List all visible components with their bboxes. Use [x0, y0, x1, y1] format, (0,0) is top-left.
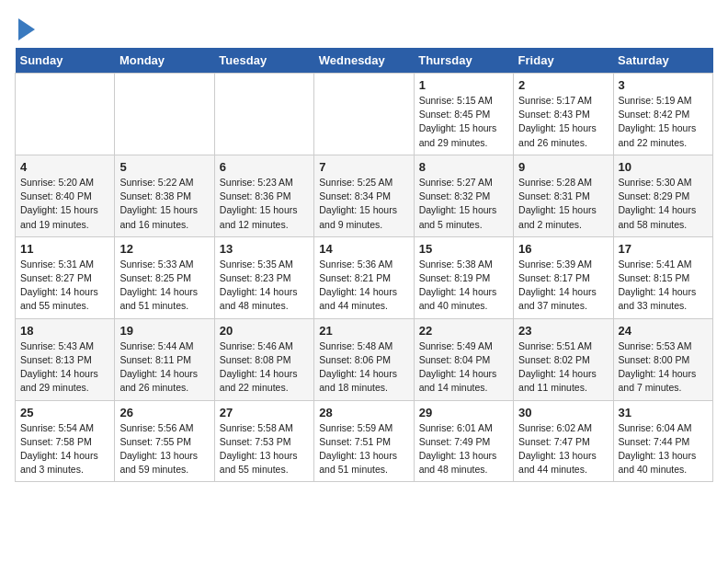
- day-info: Sunrise: 5:59 AM Sunset: 7:51 PM Dayligh…: [319, 421, 408, 477]
- day-number: 27: [220, 406, 309, 419]
- day-number: 4: [20, 160, 109, 174]
- day-info: Sunrise: 5:30 AM Sunset: 8:29 PM Dayligh…: [619, 176, 708, 232]
- day-number: 20: [220, 324, 309, 338]
- calendar-cell: 3Sunrise: 5:19 AM Sunset: 8:42 PM Daylig…: [613, 74, 712, 155]
- day-info: Sunrise: 5:53 AM Sunset: 8:00 PM Dayligh…: [619, 339, 708, 396]
- day-number: 6: [220, 160, 309, 174]
- day-info: Sunrise: 5:31 AM Sunset: 8:27 PM Dayligh…: [20, 258, 109, 314]
- day-number: 2: [518, 78, 608, 92]
- day-info: Sunrise: 5:28 AM Sunset: 8:31 PM Dayligh…: [518, 176, 608, 232]
- day-number: 21: [319, 324, 408, 338]
- day-info: Sunrise: 5:54 AM Sunset: 7:58 PM Dayligh…: [20, 421, 109, 477]
- calendar-cell: 25Sunrise: 5:54 AM Sunset: 7:58 PM Dayli…: [16, 400, 115, 482]
- day-number: 24: [619, 324, 708, 338]
- calendar-cell: 20Sunrise: 5:46 AM Sunset: 8:08 PM Dayli…: [214, 318, 313, 400]
- calendar-week-2: 4Sunrise: 5:20 AM Sunset: 8:40 PM Daylig…: [16, 155, 713, 236]
- calendar-cell: 29Sunrise: 6:01 AM Sunset: 7:49 PM Dayli…: [414, 400, 513, 482]
- calendar-cell: 11Sunrise: 5:31 AM Sunset: 8:27 PM Dayli…: [16, 236, 115, 318]
- calendar-cell: 21Sunrise: 5:48 AM Sunset: 8:06 PM Dayli…: [314, 318, 414, 400]
- day-number: 5: [119, 160, 209, 174]
- header-sunday: Sunday: [16, 48, 115, 74]
- calendar-cell: 12Sunrise: 5:33 AM Sunset: 8:25 PM Dayli…: [115, 236, 214, 318]
- calendar-cell: 28Sunrise: 5:59 AM Sunset: 7:51 PM Dayli…: [314, 400, 414, 482]
- day-info: Sunrise: 5:23 AM Sunset: 8:36 PM Dayligh…: [220, 176, 309, 232]
- day-info: Sunrise: 5:41 AM Sunset: 8:15 PM Dayligh…: [619, 258, 708, 314]
- day-number: 23: [518, 324, 608, 338]
- day-number: 11: [20, 242, 109, 256]
- header: [15, 15, 713, 40]
- calendar-cell: 16Sunrise: 5:39 AM Sunset: 8:17 PM Dayli…: [514, 236, 613, 318]
- logo-arrow-icon: [18, 18, 35, 40]
- calendar-week-5: 25Sunrise: 5:54 AM Sunset: 7:58 PM Dayli…: [16, 400, 713, 482]
- day-info: Sunrise: 5:38 AM Sunset: 8:19 PM Dayligh…: [419, 258, 508, 314]
- day-info: Sunrise: 5:20 AM Sunset: 8:40 PM Dayligh…: [20, 176, 109, 232]
- day-number: 7: [319, 160, 408, 174]
- calendar-cell: 22Sunrise: 5:49 AM Sunset: 8:04 PM Dayli…: [414, 318, 513, 400]
- calendar-cell: 10Sunrise: 5:30 AM Sunset: 8:29 PM Dayli…: [613, 155, 712, 236]
- calendar-week-1: 1Sunrise: 5:15 AM Sunset: 8:45 PM Daylig…: [16, 74, 713, 155]
- day-info: Sunrise: 5:51 AM Sunset: 8:02 PM Dayligh…: [518, 339, 608, 396]
- day-info: Sunrise: 5:33 AM Sunset: 8:25 PM Dayligh…: [119, 258, 209, 314]
- day-number: 9: [518, 160, 608, 174]
- day-info: Sunrise: 5:22 AM Sunset: 8:38 PM Dayligh…: [119, 176, 209, 232]
- calendar-cell: 6Sunrise: 5:23 AM Sunset: 8:36 PM Daylig…: [214, 155, 313, 236]
- day-info: Sunrise: 5:48 AM Sunset: 8:06 PM Dayligh…: [319, 339, 408, 396]
- calendar-cell: 1Sunrise: 5:15 AM Sunset: 8:45 PM Daylig…: [414, 74, 513, 155]
- day-number: 26: [119, 406, 209, 419]
- day-number: 25: [20, 406, 109, 419]
- day-info: Sunrise: 5:17 AM Sunset: 8:43 PM Dayligh…: [518, 94, 608, 150]
- day-info: Sunrise: 5:35 AM Sunset: 8:23 PM Dayligh…: [220, 258, 309, 314]
- day-number: 3: [619, 78, 708, 92]
- calendar-cell: 19Sunrise: 5:44 AM Sunset: 8:11 PM Dayli…: [115, 318, 214, 400]
- day-info: Sunrise: 5:44 AM Sunset: 8:11 PM Dayligh…: [119, 339, 209, 396]
- calendar-cell: 4Sunrise: 5:20 AM Sunset: 8:40 PM Daylig…: [16, 155, 115, 236]
- calendar-cell: 7Sunrise: 5:25 AM Sunset: 8:34 PM Daylig…: [314, 155, 414, 236]
- calendar-cell: 24Sunrise: 5:53 AM Sunset: 8:00 PM Dayli…: [613, 318, 712, 400]
- header-thursday: Thursday: [414, 48, 513, 74]
- day-number: 28: [319, 406, 408, 419]
- calendar-cell: 14Sunrise: 5:36 AM Sunset: 8:21 PM Dayli…: [314, 236, 414, 318]
- header-saturday: Saturday: [613, 48, 712, 74]
- calendar-cell: 9Sunrise: 5:28 AM Sunset: 8:31 PM Daylig…: [514, 155, 613, 236]
- calendar-cell: 31Sunrise: 6:04 AM Sunset: 7:44 PM Dayli…: [613, 400, 712, 482]
- day-number: 31: [619, 406, 708, 419]
- header-wednesday: Wednesday: [314, 48, 414, 74]
- day-info: Sunrise: 5:36 AM Sunset: 8:21 PM Dayligh…: [319, 258, 408, 314]
- day-number: 22: [419, 324, 508, 338]
- day-number: 17: [619, 242, 708, 256]
- header-tuesday: Tuesday: [214, 48, 313, 74]
- day-info: Sunrise: 5:58 AM Sunset: 7:53 PM Dayligh…: [220, 421, 309, 477]
- calendar-cell: 23Sunrise: 5:51 AM Sunset: 8:02 PM Dayli…: [514, 318, 613, 400]
- day-info: Sunrise: 5:15 AM Sunset: 8:45 PM Dayligh…: [419, 94, 508, 150]
- day-number: 16: [518, 242, 608, 256]
- day-number: 14: [319, 242, 408, 256]
- calendar-table: SundayMondayTuesdayWednesdayThursdayFrid…: [15, 48, 713, 482]
- day-number: 15: [419, 242, 508, 256]
- day-info: Sunrise: 5:19 AM Sunset: 8:42 PM Dayligh…: [619, 94, 708, 150]
- day-info: Sunrise: 6:02 AM Sunset: 7:47 PM Dayligh…: [518, 421, 608, 477]
- day-info: Sunrise: 5:25 AM Sunset: 8:34 PM Dayligh…: [319, 176, 408, 232]
- calendar-cell: 26Sunrise: 5:56 AM Sunset: 7:55 PM Dayli…: [115, 400, 214, 482]
- calendar-cell: 30Sunrise: 6:02 AM Sunset: 7:47 PM Dayli…: [514, 400, 613, 482]
- day-info: Sunrise: 5:56 AM Sunset: 7:55 PM Dayligh…: [119, 421, 209, 477]
- calendar-cell: [314, 74, 414, 155]
- calendar-cell: 17Sunrise: 5:41 AM Sunset: 8:15 PM Dayli…: [613, 236, 712, 318]
- calendar-cell: 13Sunrise: 5:35 AM Sunset: 8:23 PM Dayli…: [214, 236, 313, 318]
- calendar-cell: 2Sunrise: 5:17 AM Sunset: 8:43 PM Daylig…: [514, 74, 613, 155]
- calendar-cell: 27Sunrise: 5:58 AM Sunset: 7:53 PM Dayli…: [214, 400, 313, 482]
- day-info: Sunrise: 5:27 AM Sunset: 8:32 PM Dayligh…: [419, 176, 508, 232]
- calendar-cell: [16, 74, 115, 155]
- day-number: 19: [119, 324, 209, 338]
- day-number: 18: [20, 324, 109, 338]
- calendar-week-3: 11Sunrise: 5:31 AM Sunset: 8:27 PM Dayli…: [16, 236, 713, 318]
- day-number: 12: [119, 242, 209, 256]
- day-number: 30: [518, 406, 608, 419]
- day-info: Sunrise: 5:43 AM Sunset: 8:13 PM Dayligh…: [20, 339, 109, 396]
- header-friday: Friday: [514, 48, 613, 74]
- header-monday: Monday: [115, 48, 214, 74]
- calendar-cell: 8Sunrise: 5:27 AM Sunset: 8:32 PM Daylig…: [414, 155, 513, 236]
- day-info: Sunrise: 5:49 AM Sunset: 8:04 PM Dayligh…: [419, 339, 508, 396]
- calendar-cell: [214, 74, 313, 155]
- day-info: Sunrise: 5:46 AM Sunset: 8:08 PM Dayligh…: [220, 339, 309, 396]
- day-info: Sunrise: 6:04 AM Sunset: 7:44 PM Dayligh…: [619, 421, 708, 477]
